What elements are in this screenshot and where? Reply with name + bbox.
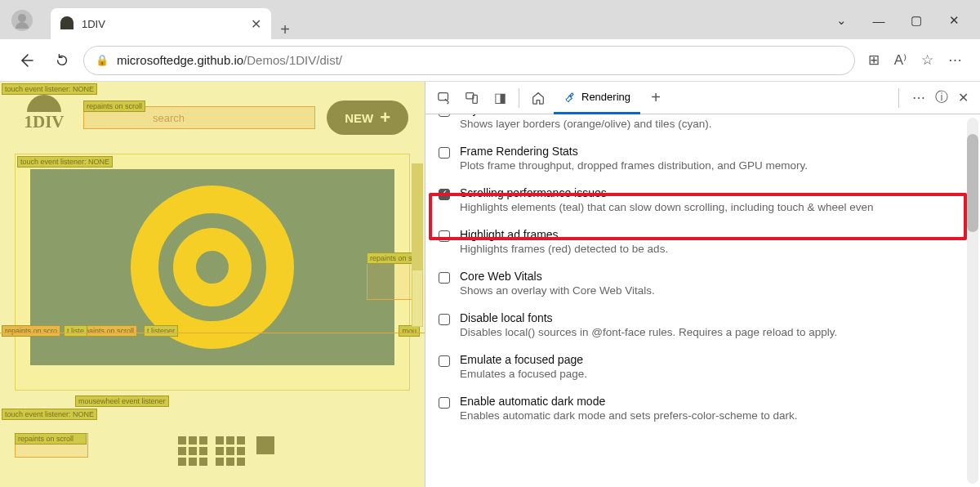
- option-description: Plots frame throughput, dropped frames d…: [460, 159, 967, 172]
- option-checkbox[interactable]: [439, 272, 450, 284]
- welcome-tab-icon[interactable]: [526, 86, 550, 110]
- device-emulation-icon[interactable]: [460, 86, 484, 110]
- more-tools-icon[interactable]: ⋯: [912, 90, 925, 105]
- chevron-down-icon[interactable]: ⌄: [833, 13, 849, 28]
- devtools-tabbar: ◨ Rendering + ⋯ ⓘ ✕: [425, 82, 980, 114]
- page-search-input[interactable]: repaints on scroll search: [83, 106, 315, 129]
- dock-side-icon[interactable]: ◨: [488, 86, 512, 110]
- option-title: Frame Rendering Stats: [460, 145, 967, 158]
- url-host: microsoftedge.github.io: [117, 53, 243, 67]
- close-window-icon[interactable]: ✕: [946, 13, 962, 28]
- option-description: Enables automatic dark mode and sets pre…: [460, 409, 967, 422]
- refresh-button[interactable]: [47, 46, 77, 75]
- brush-icon: [564, 90, 577, 103]
- rendering-option: Layer borders Shows layer borders (orang…: [425, 114, 980, 138]
- page-scrollbar[interactable]: [412, 163, 423, 327]
- option-checkbox[interactable]: [439, 147, 450, 159]
- option-description: Disables local() sources in @font-face r…: [460, 326, 967, 338]
- address-bar: 🔒 microsoftedge.github.io/Demos/1DIV/dis…: [0, 39, 980, 82]
- favorite-icon[interactable]: ☆: [921, 51, 933, 69]
- plus-icon: +: [380, 107, 390, 128]
- new-tab-icon[interactable]: +: [644, 86, 668, 110]
- close-devtools-icon[interactable]: ✕: [958, 90, 969, 105]
- tab-rendering[interactable]: Rendering: [554, 82, 640, 114]
- option-description: Shows layer borders (orange/olive) and t…: [460, 118, 967, 130]
- thumbnail-item[interactable]: repaints on scroll: [15, 433, 88, 458]
- option-title: Emulate a focused page: [460, 353, 967, 366]
- minimize-icon[interactable]: —: [871, 14, 887, 28]
- page-viewport: touch event listener: NONE 1DIV repaints…: [0, 82, 425, 487]
- grid-icon[interactable]: [216, 436, 245, 482]
- rendering-option: Scrolling performance issues Highlights …: [425, 180, 980, 221]
- read-aloud-icon[interactable]: A⁾: [894, 51, 906, 69]
- profile-avatar[interactable]: [11, 10, 33, 31]
- rendering-options-list: Layer borders Shows layer borders (orang…: [425, 114, 980, 487]
- option-description: Emulates a focused page.: [460, 368, 967, 380]
- tab-title: 1DIV: [82, 18, 243, 30]
- option-description: Highlights elements (teal) that can slow…: [460, 201, 967, 213]
- rendering-option: Frame Rendering Stats Plots frame throug…: [425, 138, 980, 180]
- extensions-icon[interactable]: ⊞: [868, 51, 880, 69]
- page-new-button[interactable]: NEW+: [327, 101, 408, 135]
- inspect-element-icon[interactable]: [432, 86, 457, 110]
- lock-icon: 🔒: [96, 54, 109, 66]
- option-checkbox[interactable]: [439, 355, 450, 367]
- rendering-option: Emulate a focused page Emulates a focuse…: [425, 346, 980, 388]
- rendering-option: Enable automatic dark mode Enables autom…: [425, 388, 980, 430]
- option-title: Highlight ad frames: [460, 228, 967, 241]
- grid-icon[interactable]: [178, 436, 207, 482]
- favicon-icon: [60, 16, 74, 29]
- option-checkbox[interactable]: [439, 230, 450, 242]
- page-logo: 1DIV: [16, 93, 72, 142]
- rendering-option: Highlight ad frames Highlights frames (r…: [425, 221, 980, 263]
- window-titlebar: 1DIV ✕ + ⌄ — ▢ ✕: [0, 0, 980, 39]
- option-title: Enable automatic dark mode: [460, 395, 967, 408]
- more-icon[interactable]: ⋯: [948, 51, 962, 69]
- page-stage: touch event listener: NONE repaints on s…: [15, 154, 410, 391]
- browser-tab[interactable]: 1DIV ✕: [51, 8, 271, 39]
- url-path: /Demos/1DIV/dist/: [243, 53, 342, 67]
- svg-rect-0: [439, 92, 448, 100]
- option-title: Scrolling performance issues: [460, 186, 967, 199]
- maximize-icon[interactable]: ▢: [908, 13, 924, 28]
- option-description: Highlights frames (red) detected to be a…: [460, 243, 967, 255]
- devtools-scrollbar[interactable]: [967, 118, 978, 484]
- option-title: Disable local fonts: [460, 311, 967, 324]
- rendering-option: Disable local fonts Disables local() sou…: [425, 305, 980, 346]
- option-checkbox[interactable]: [439, 189, 450, 200]
- thumbnail-row: repaints on scroll: [15, 433, 410, 482]
- back-button[interactable]: [11, 46, 41, 75]
- url-input[interactable]: 🔒 microsoftedge.github.io/Demos/1DIV/dis…: [83, 46, 855, 75]
- square-icon[interactable]: [256, 436, 274, 454]
- rendering-option: Core Web Vitals Shows an overlay with Co…: [425, 263, 980, 305]
- option-checkbox[interactable]: [439, 397, 450, 409]
- new-tab-button[interactable]: +: [271, 20, 299, 39]
- option-title: Core Web Vitals: [460, 270, 967, 283]
- close-tab-icon[interactable]: ✕: [251, 16, 261, 32]
- help-icon[interactable]: ⓘ: [935, 89, 948, 106]
- option-checkbox[interactable]: [439, 114, 450, 117]
- option-checkbox[interactable]: [439, 314, 450, 325]
- option-description: Shows an overlay with Core Web Vitals.: [460, 284, 967, 297]
- option-title: Layer borders: [460, 114, 967, 116]
- devtools-panel: ◨ Rendering + ⋯ ⓘ ✕ Layer borders Shows …: [425, 82, 980, 487]
